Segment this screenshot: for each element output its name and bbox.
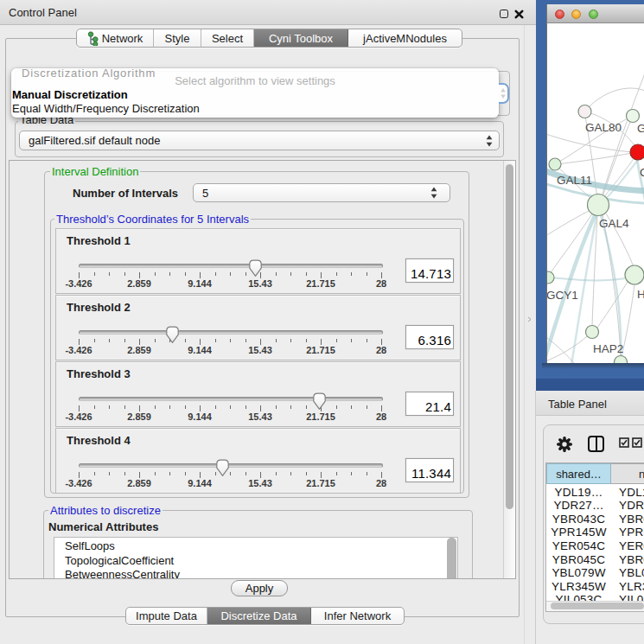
svg-text:G: G [637, 122, 644, 135]
svg-text:GAL11: GAL11 [557, 174, 592, 187]
svg-text:GAL80: GAL80 [585, 121, 622, 134]
svg-text:GCY1: GCY1 [547, 289, 578, 302]
svg-text:HAP2: HAP2 [593, 342, 623, 355]
svg-text:C: C [640, 166, 644, 179]
svg-text:GAL4: GAL4 [599, 217, 629, 230]
svg-text:H: H [637, 288, 644, 301]
